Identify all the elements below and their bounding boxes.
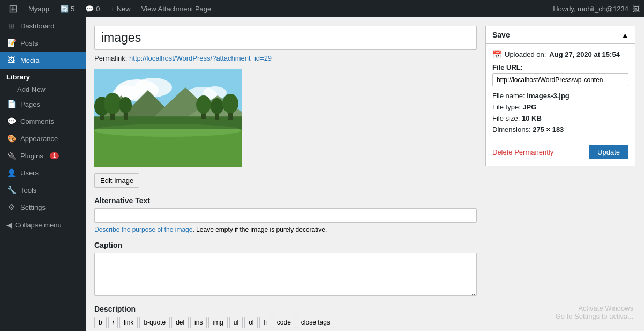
uploaded-value: Aug 27, 2020 at 15:54 (549, 50, 620, 58)
file-url-label: File URL: (492, 63, 628, 71)
permalink-label: Permalink: (94, 54, 127, 62)
permalink-row: Permalink: http://localhost/WordPress/?a… (94, 54, 477, 62)
tools-icon: 🔧 (6, 186, 16, 194)
file-size-label: File size: (492, 114, 520, 122)
wp-logo-icon[interactable]: ⊞ (4, 0, 22, 17)
sidebar-item-media[interactable]: 🖼 Media (0, 52, 86, 69)
site-name[interactable]: Myapp (24, 0, 54, 17)
description-label: Description (94, 305, 477, 313)
caption-textarea[interactable] (94, 253, 477, 296)
toolbar-link[interactable]: link (119, 317, 138, 328)
updates-icon[interactable]: 🔄 5 (56, 0, 79, 17)
alt-text-input[interactable] (94, 208, 477, 223)
file-type-row: File type: JPG (492, 103, 628, 111)
sidebar-label-dashboard: Dashboard (20, 22, 55, 30)
users-icon: 👤 (6, 168, 16, 177)
toolbar-close-tags[interactable]: close tags (297, 317, 334, 328)
collapse-label: Collapse menu (15, 221, 62, 229)
svg-point-23 (211, 98, 223, 114)
title-input[interactable] (94, 26, 477, 50)
dimensions-row: Dimensions: 275 × 183 (492, 126, 628, 134)
toolbar-del[interactable]: del (171, 317, 189, 328)
sidebar-label-posts: Posts (20, 39, 38, 47)
comments-link[interactable]: 💬 0 (81, 0, 104, 17)
uploaded-row: 📅 Uploaded on: Aug 27, 2020 at 15:54 (492, 50, 628, 59)
toolbar-img[interactable]: img (208, 317, 227, 328)
plugins-icon: 🔌 (6, 151, 16, 160)
sidebar-add-new[interactable]: Add New (0, 83, 86, 95)
save-box-actions: Delete Permanently Update (492, 145, 628, 159)
sidebar-label-appearance: Appearance (20, 135, 58, 143)
permalink-url[interactable]: http://localhost/WordPress/?attachment_i… (129, 54, 272, 62)
form-area: Permalink: http://localhost/WordPress/?a… (94, 26, 477, 322)
save-box: Save ▲ 📅 Uploaded on: Aug 27, 2020 at 15… (485, 26, 635, 322)
appearance-icon: 🎨 (6, 134, 16, 143)
file-type-label: File type: (492, 103, 521, 111)
sidebar-section-library[interactable]: Library (0, 69, 86, 83)
save-box-content: 📅 Uploaded on: Aug 27, 2020 at 15:54 Fil… (485, 43, 635, 166)
svg-rect-13 (94, 116, 242, 129)
file-size-value: 10 KB (522, 114, 542, 122)
alt-text-group: Alternative Text Describe the purpose of… (94, 196, 477, 233)
user-avatar[interactable]: 🖼 (633, 5, 640, 13)
sidebar-label-pages: Pages (20, 100, 40, 108)
sidebar-item-users[interactable]: 👤 Users (0, 164, 86, 181)
sidebar-item-pages[interactable]: 📄 Pages (0, 95, 86, 113)
caption-group: Caption (94, 241, 477, 297)
toolbar-li[interactable]: li (259, 317, 271, 328)
svg-point-25 (222, 94, 238, 113)
settings-icon: ⚙ (6, 203, 16, 211)
sidebar-item-settings[interactable]: ⚙ Settings (0, 198, 86, 216)
caption-label: Caption (94, 241, 477, 249)
alt-hint-link[interactable]: Describe the purpose of the image (94, 226, 192, 233)
new-content-button[interactable]: + New (107, 0, 135, 17)
media-icon: 🖼 (6, 56, 16, 64)
sidebar-item-comments[interactable]: 💬 Comments (0, 113, 86, 130)
toolbar-bold[interactable]: b (94, 317, 107, 328)
sidebar-label-settings: Settings (20, 203, 46, 211)
toolbar-bquote[interactable]: b-quote (139, 317, 170, 328)
sidebar-label-tools: Tools (20, 186, 36, 194)
user-greeting: Howdy, mohit_ch@1234 (553, 5, 628, 13)
save-box-title: Save (492, 31, 510, 39)
toolbar-code[interactable]: code (273, 317, 295, 328)
file-type-value: JPG (522, 103, 536, 111)
sidebar-item-appearance[interactable]: 🎨 Appearance (0, 130, 86, 147)
update-button[interactable]: Update (589, 145, 628, 159)
comments-icon: 💬 (6, 117, 16, 126)
toolbar-ol[interactable]: ol (244, 317, 258, 328)
main-layout: ⊞ Dashboard 📝 Posts 🖼 Media Library Add … (0, 17, 644, 331)
dimensions-label: Dimensions: (492, 126, 531, 134)
sidebar-item-plugins[interactable]: 🔌 Plugins 1 (0, 147, 86, 164)
sidebar-item-tools[interactable]: 🔧 Tools (0, 181, 86, 198)
save-box-collapse-icon[interactable]: ▲ (621, 31, 628, 39)
description-group: Description b i link b-quote del ins img… (94, 305, 477, 328)
sidebar-item-posts[interactable]: 📝 Posts (0, 34, 86, 52)
content-area: Permalink: http://localhost/WordPress/?a… (86, 17, 644, 331)
view-attachment-link[interactable]: View Attachment Page (137, 0, 216, 17)
alt-hint: Describe the purpose of the image. Leave… (94, 226, 477, 233)
sidebar-item-dashboard[interactable]: ⊞ Dashboard (0, 17, 86, 34)
sidebar-label-plugins: Plugins (20, 152, 43, 160)
dimensions-value: 275 × 183 (533, 126, 564, 134)
plugins-badge: 1 (50, 152, 59, 159)
pages-icon: 📄 (6, 100, 16, 108)
calendar-icon: 📅 (492, 50, 501, 59)
edit-image-button[interactable]: Edit Image (94, 173, 139, 188)
sidebar-label-comments: Comments (20, 117, 54, 126)
file-url-input[interactable] (492, 73, 628, 86)
sidebar-label-media: Media (20, 56, 39, 64)
delete-permanently-link[interactable]: Delete Permanently (492, 148, 553, 156)
file-name-value: images-3.jpg (527, 92, 569, 100)
sidebar: ⊞ Dashboard 📝 Posts 🖼 Media Library Add … (0, 17, 86, 331)
svg-point-21 (196, 95, 211, 114)
toolbar-italic[interactable]: i (108, 317, 118, 328)
collapse-menu-button[interactable]: ◀ Collapse menu (0, 216, 86, 234)
posts-icon: 📝 (6, 39, 16, 47)
toolbar-ins[interactable]: ins (190, 317, 207, 328)
file-url-section: File URL: (492, 63, 628, 92)
toolbar-ul[interactable]: ul (229, 317, 243, 328)
save-divider (492, 139, 628, 139)
file-size-row: File size: 10 KB (492, 114, 628, 122)
svg-point-19 (119, 97, 132, 113)
